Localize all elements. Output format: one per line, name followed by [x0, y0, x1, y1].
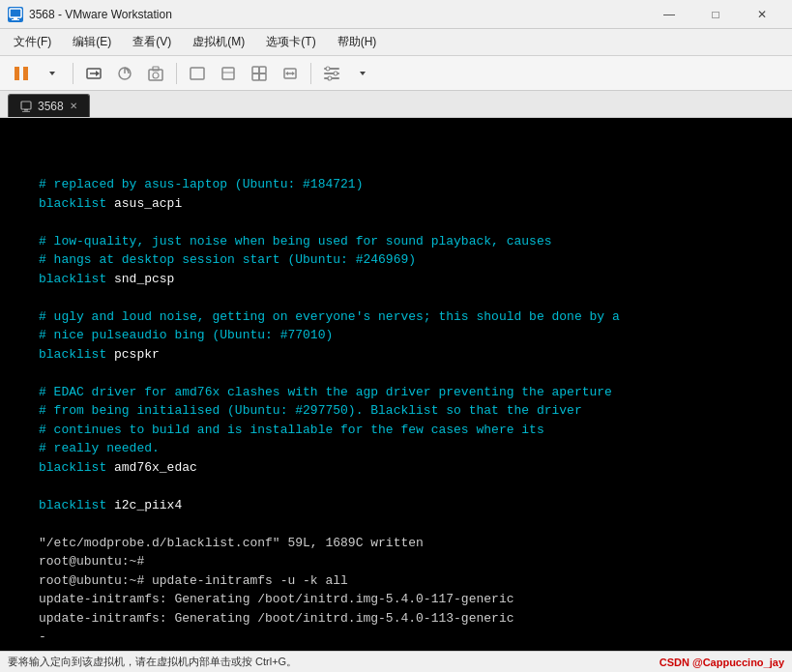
svg-rect-17 [252, 67, 259, 73]
status-right: CSDN @Cappuccino_jay [660, 657, 784, 668]
terminal-line [39, 137, 773, 157]
toolbar [0, 56, 792, 91]
svg-rect-1 [14, 17, 17, 19]
tab-vm-icon [20, 101, 32, 112]
menu-bar: 文件(F) 编辑(E) 查看(V) 虚拟机(M) 选项卡(T) 帮助(H) [0, 29, 792, 56]
svg-point-29 [334, 72, 337, 75]
terminal-line: "/etc/modprobe.d/blacklist.conf" 59L, 16… [39, 534, 773, 553]
svg-rect-3 [15, 67, 19, 80]
terminal-line: # replaced by asus-laptop (Ubuntu: #1847… [39, 175, 773, 194]
settings-button[interactable] [318, 60, 345, 87]
svg-rect-18 [259, 67, 266, 73]
menu-tabs[interactable]: 选项卡(T) [256, 30, 325, 54]
tab-close-button[interactable]: ✕ [70, 101, 77, 111]
terminal-line: update-initramfs: Generating /boot/initr… [39, 590, 773, 609]
terminal-line: blacklist snd_pcsp [39, 270, 773, 289]
svg-rect-32 [21, 102, 31, 109]
toolbar-sep-1 [73, 63, 73, 84]
status-hint: 要将输入定向到该虚拟机，请在虚拟机内部单击或按 Ctrl+G。 [8, 655, 297, 669]
app-icon [8, 7, 23, 22]
status-bar: 要将输入定向到该虚拟机，请在虚拟机内部单击或按 Ctrl+G。 CSDN @Ca… [0, 651, 792, 672]
svg-marker-8 [96, 71, 100, 76]
svg-rect-0 [10, 9, 21, 17]
unity-button[interactable] [246, 60, 273, 87]
vm-tab[interactable]: 3568 ✕ [8, 94, 90, 117]
menu-file[interactable]: 文件(F) [4, 30, 61, 54]
terminal-line: blacklist i2c_piix4 [39, 496, 773, 515]
power-button[interactable] [111, 60, 138, 87]
svg-rect-4 [23, 67, 28, 80]
svg-marker-31 [360, 72, 366, 75]
svg-rect-14 [191, 68, 204, 79]
tab-label: 3568 [38, 100, 64, 113]
terminal-line: # ugly and loud noise, getting on everyo… [39, 307, 773, 327]
svg-rect-15 [222, 68, 234, 79]
svg-rect-13 [153, 67, 159, 71]
svg-marker-23 [285, 72, 288, 75]
terminal-line: blacklist amd76x_edac [39, 458, 773, 478]
pause-dropdown[interactable] [39, 60, 66, 87]
terminal-line: blacklist pcspkr [39, 345, 773, 365]
svg-rect-19 [252, 73, 259, 80]
minimize-button[interactable]: — [647, 0, 691, 29]
title-bar: 3568 - VMware Workstation — □ ✕ [0, 0, 792, 29]
terminal-line: # continues to build and is installable … [39, 421, 773, 440]
svg-point-12 [153, 73, 159, 78]
window-controls[interactable]: — □ ✕ [647, 0, 784, 29]
svg-point-28 [326, 67, 330, 71]
terminal-line [39, 213, 773, 232]
terminal-line: # low-quality, just noise when being use… [39, 232, 773, 251]
svg-rect-34 [22, 111, 30, 112]
terminal-line: # nice pulseaudio bing (Ubuntu: #77010) [39, 326, 773, 345]
toolbar-sep-3 [310, 63, 311, 84]
svg-rect-2 [12, 19, 19, 20]
menu-help[interactable]: 帮助(H) [328, 30, 387, 54]
full-screen-button[interactable] [215, 60, 242, 87]
maximize-button[interactable]: □ [693, 0, 738, 29]
terminal-line: update-initramfs: Generating /boot/initr… [39, 609, 773, 628]
terminal-area[interactable]: # replaced by asus-laptop (Ubuntu: #1847… [0, 118, 792, 651]
toolbar-sep-2 [176, 63, 177, 84]
tab-bar: 3568 ✕ [0, 91, 792, 118]
terminal-line [39, 157, 773, 176]
svg-rect-33 [24, 109, 28, 111]
terminal-line: root@ubuntu:~# [39, 552, 773, 571]
send-ctrl-alt-del[interactable] [80, 60, 107, 87]
watermark-text: CSDN @Cappuccino_jay [660, 657, 784, 668]
settings-dropdown[interactable] [349, 60, 376, 87]
terminal-line: # really needed. [39, 439, 773, 458]
terminal-line [39, 364, 773, 383]
terminal-line: # EDAC driver for amd76x clashes with th… [39, 383, 773, 402]
svg-rect-20 [259, 73, 266, 80]
stretch-button[interactable] [277, 60, 304, 87]
terminal-line: # from being initialised (Ubuntu: #29775… [39, 401, 773, 421]
terminal-line: root@ubuntu:~# update-initramfs -u -k al… [39, 571, 773, 591]
fit-screen-button[interactable] [184, 60, 211, 87]
terminal-line [39, 514, 773, 534]
terminal-line [39, 288, 773, 307]
svg-marker-24 [292, 72, 295, 75]
pause-button[interactable] [8, 60, 35, 87]
terminal-line: blacklist asus_acpi [39, 194, 773, 214]
svg-marker-5 [49, 72, 55, 75]
menu-view[interactable]: 查看(V) [123, 30, 181, 54]
terminal-line [39, 477, 773, 496]
snapshot-button[interactable] [142, 60, 169, 87]
terminal-line: # hangs at desktop session start (Ubuntu… [39, 250, 773, 270]
menu-edit[interactable]: 编辑(E) [63, 30, 121, 54]
window-title: 3568 - VMware Workstation [29, 8, 647, 21]
menu-vm[interactable]: 虚拟机(M) [183, 30, 254, 54]
terminal-line: - [39, 628, 773, 647]
close-button[interactable]: ✕ [740, 0, 784, 29]
svg-point-30 [328, 76, 332, 80]
